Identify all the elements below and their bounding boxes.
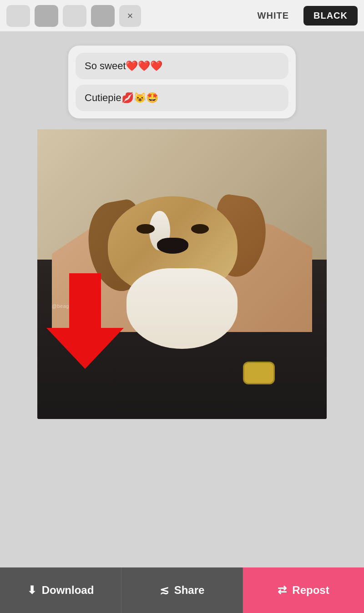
repost-icon: ⇄ — [278, 584, 287, 597]
download-icon: ⬇ — [27, 584, 36, 597]
arrow-head — [46, 328, 124, 369]
shape-tool-2[interactable] — [35, 5, 58, 27]
comments-container: So sweet❤️❤️❤️ Cutiepie💋😺🤩 — [68, 46, 296, 118]
bottom-bar: ⬇ Download ≲ Share ⇄ Repost — [0, 567, 364, 613]
main-content: So sweet❤️❤️❤️ Cutiepie💋😺🤩 @beagle_huns — [0, 32, 364, 419]
comment-2: Cutiepie💋😺🤩 — [76, 85, 288, 111]
download-label: Download — [42, 584, 94, 597]
main-image: @beagle_huns — [37, 129, 327, 419]
puppy-eye-right — [191, 224, 209, 234]
puppy-chest — [126, 268, 238, 349]
download-button[interactable]: ⬇ Download — [0, 567, 121, 613]
arrow-shaft — [69, 273, 101, 328]
close-button[interactable]: × — [119, 5, 141, 27]
toolbar: × WHITE BLACK — [0, 0, 364, 32]
shape-tool-4[interactable] — [91, 5, 115, 27]
share-icon: ≲ — [160, 584, 169, 597]
download-arrow — [46, 273, 124, 369]
repost-button[interactable]: ⇄ Repost — [243, 567, 364, 613]
comment-1: So sweet❤️❤️❤️ — [76, 53, 288, 79]
white-color-button[interactable]: WHITE — [248, 6, 299, 26]
repost-label: Repost — [292, 584, 329, 597]
close-icon: × — [127, 10, 133, 22]
puppy-eye-left — [136, 224, 155, 234]
shape-tool-1[interactable] — [6, 5, 30, 27]
watch — [243, 362, 275, 384]
share-button[interactable]: ≲ Share — [121, 567, 243, 613]
shape-tool-3[interactable] — [63, 5, 86, 27]
puppy-nose — [157, 238, 188, 254]
share-label: Share — [174, 584, 205, 597]
black-color-button[interactable]: BLACK — [303, 6, 358, 26]
